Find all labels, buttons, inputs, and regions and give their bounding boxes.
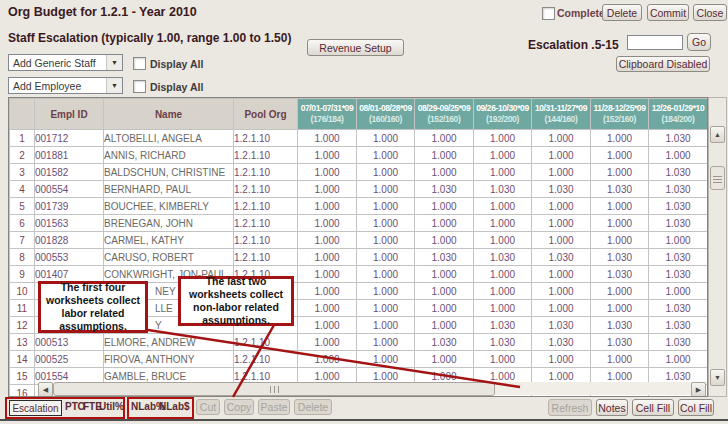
escalation-cell[interactable]: 1.000 bbox=[357, 266, 415, 283]
escalation-cell[interactable]: 1.000 bbox=[298, 266, 357, 283]
escalation-cell[interactable]: 1.000 bbox=[298, 198, 357, 215]
pool-org-cell[interactable]: 1.2.1.10 bbox=[234, 164, 298, 181]
escalation-cell[interactable]: 1.000 bbox=[415, 130, 474, 147]
escalation-cell[interactable]: 1.000 bbox=[649, 232, 708, 249]
escalation-cell[interactable]: 1.000 bbox=[649, 351, 708, 368]
escalation-cell[interactable]: 1.000 bbox=[298, 164, 357, 181]
commit-button[interactable]: Commit bbox=[647, 4, 689, 21]
pool-org-cell[interactable]: 1.2.1.10 bbox=[234, 215, 298, 232]
row-number[interactable]: 3 bbox=[10, 164, 35, 181]
escalation-cell[interactable]: 1.030 bbox=[649, 215, 708, 232]
escalation-cell[interactable]: 1.000 bbox=[474, 283, 532, 300]
cut-button[interactable]: Cut bbox=[196, 399, 220, 415]
empl-id-cell[interactable]: 001739 bbox=[35, 198, 104, 215]
escalation-cell[interactable]: 1.000 bbox=[532, 300, 591, 317]
pool-org-cell[interactable]: 1.2.1.10 bbox=[234, 198, 298, 215]
escalation-cell[interactable]: 1.030 bbox=[415, 249, 474, 266]
escalation-cell[interactable]: 1.030 bbox=[649, 249, 708, 266]
pool-org-cell[interactable]: 1.2.1.10 bbox=[234, 147, 298, 164]
row-number[interactable]: 10 bbox=[10, 283, 35, 300]
pool-org-cell[interactable]: 1.2.1.10 bbox=[234, 130, 298, 147]
empl-id-cell[interactable]: 001563 bbox=[35, 215, 104, 232]
escalation-cell[interactable]: 1.000 bbox=[415, 300, 474, 317]
escalation-cell[interactable]: 1.000 bbox=[357, 164, 415, 181]
empl-id-cell[interactable]: 000554 bbox=[35, 181, 104, 198]
row-number[interactable]: 6 bbox=[10, 215, 35, 232]
escalation-cell[interactable]: 1.000 bbox=[357, 249, 415, 266]
escalation-cell[interactable]: 1.030 bbox=[649, 181, 708, 198]
name-cell[interactable]: BALDSCHUN, CHRISTINE bbox=[104, 164, 234, 181]
name-cell[interactable]: BRENEGAN, JOHN bbox=[104, 215, 234, 232]
escalation-cell[interactable]: 1.030 bbox=[649, 266, 708, 283]
name-cell[interactable]: BOUCHEE, KIMBERLY bbox=[104, 198, 234, 215]
empl-id-cell[interactable]: 000553 bbox=[35, 249, 104, 266]
empl-id-cell[interactable]: 001712 bbox=[35, 130, 104, 147]
empl-id-cell[interactable]: 001881 bbox=[35, 147, 104, 164]
pool-org-cell[interactable]: 1.2.1.10 bbox=[234, 334, 298, 351]
escalation-cell[interactable]: 1.000 bbox=[474, 147, 532, 164]
pool-org-cell[interactable]: 1.2.1.10 bbox=[234, 232, 298, 249]
escalation-cell[interactable]: 1.000 bbox=[298, 334, 357, 351]
name-cell[interactable]: BERNHARD, PAUL bbox=[104, 181, 234, 198]
escalation-cell[interactable]: 1.000 bbox=[474, 300, 532, 317]
empl-id-cell[interactable]: 001828 bbox=[35, 232, 104, 249]
name-cell[interactable]: ANNIS, RICHARD bbox=[104, 147, 234, 164]
escalation-cell[interactable]: 1.000 bbox=[591, 130, 649, 147]
display-all-checkbox-1[interactable] bbox=[133, 57, 146, 70]
row-number[interactable]: 11 bbox=[10, 300, 35, 317]
escalation-cell[interactable]: 1.000 bbox=[415, 351, 474, 368]
escalation-cell[interactable]: 1.030 bbox=[591, 181, 649, 198]
vertical-scroll-thumb[interactable] bbox=[710, 166, 725, 190]
escalation-cell[interactable]: 1.000 bbox=[357, 232, 415, 249]
refresh-button[interactable]: Refresh bbox=[548, 399, 592, 416]
escalation-cell[interactable]: 1.000 bbox=[532, 283, 591, 300]
escalation-cell[interactable]: 1.000 bbox=[591, 300, 649, 317]
tab-util-pct[interactable]: Util% bbox=[99, 401, 124, 412]
escalation-cell[interactable]: 1.000 bbox=[474, 130, 532, 147]
escalation-cell[interactable]: 1.000 bbox=[357, 334, 415, 351]
escalation-cell[interactable]: 1.000 bbox=[415, 283, 474, 300]
empl-id-cell[interactable]: 001582 bbox=[35, 164, 104, 181]
display-all-checkbox-2[interactable] bbox=[133, 80, 146, 93]
cell-fill-button[interactable]: Cell Fill bbox=[632, 399, 674, 416]
escalation-cell[interactable]: 1.000 bbox=[298, 300, 357, 317]
scroll-up-button[interactable]: ▲ bbox=[710, 126, 725, 143]
escalation-cell[interactable]: 1.000 bbox=[357, 130, 415, 147]
escalation-cell[interactable]: 1.000 bbox=[591, 147, 649, 164]
escalation-cell[interactable]: 1.000 bbox=[357, 198, 415, 215]
escalation-cell[interactable]: 1.030 bbox=[532, 181, 591, 198]
name-cell[interactable]: CARMEL, KATHY bbox=[104, 232, 234, 249]
escalation-cell[interactable]: 1.000 bbox=[591, 232, 649, 249]
escalation-cell[interactable]: 1.000 bbox=[532, 232, 591, 249]
name-cell[interactable]: CARUSO, ROBERT bbox=[104, 249, 234, 266]
notes-button[interactable]: Notes bbox=[596, 399, 628, 416]
row-number[interactable]: 7 bbox=[10, 232, 35, 249]
escalation-cell[interactable]: 1.030 bbox=[649, 317, 708, 334]
escalation-cell[interactable]: 1.000 bbox=[649, 283, 708, 300]
escalation-cell[interactable]: 1.030 bbox=[649, 130, 708, 147]
escalation-cell[interactable]: 1.030 bbox=[649, 300, 708, 317]
escalation-cell[interactable]: 1.000 bbox=[357, 300, 415, 317]
empl-id-cell[interactable]: 000513 bbox=[35, 334, 104, 351]
escalation-cell[interactable]: 1.000 bbox=[415, 147, 474, 164]
escalation-cell[interactable]: 1.030 bbox=[532, 317, 591, 334]
escalation-cell[interactable]: 1.000 bbox=[357, 215, 415, 232]
delete-button[interactable]: Delete bbox=[602, 4, 642, 21]
escalation-cell[interactable]: 1.000 bbox=[474, 198, 532, 215]
escalation-cell[interactable]: 1.000 bbox=[474, 215, 532, 232]
scroll-left-button[interactable]: ◀ bbox=[38, 382, 53, 397]
escalation-cell[interactable]: 1.000 bbox=[357, 181, 415, 198]
escalation-input[interactable] bbox=[627, 35, 683, 50]
escalation-cell[interactable]: 1.000 bbox=[532, 164, 591, 181]
revenue-setup-button[interactable]: Revenue Setup bbox=[307, 39, 404, 56]
add-employee-dropdown[interactable]: Add Employee ▼ bbox=[8, 77, 123, 94]
escalation-cell[interactable]: 1.000 bbox=[532, 266, 591, 283]
escalation-cell[interactable]: 1.000 bbox=[532, 130, 591, 147]
paste-button[interactable]: Paste bbox=[258, 399, 290, 415]
escalation-cell[interactable]: 1.030 bbox=[415, 334, 474, 351]
escalation-cell[interactable]: 1.000 bbox=[532, 198, 591, 215]
name-cell[interactable]: ELMORE, ANDREW bbox=[104, 334, 234, 351]
escalation-cell[interactable]: 1.030 bbox=[591, 317, 649, 334]
scroll-down-button[interactable]: ▼ bbox=[710, 369, 725, 386]
row-number[interactable]: 16 bbox=[10, 385, 35, 398]
